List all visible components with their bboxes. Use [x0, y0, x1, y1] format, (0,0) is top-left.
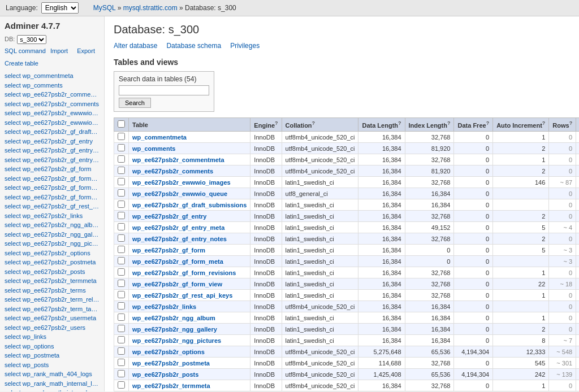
alter-database-link[interactable]: Alter database [114, 42, 157, 50]
row-checkbox[interactable] [114, 245, 129, 256]
row-select-checkbox[interactable] [118, 234, 125, 242]
row-select-checkbox[interactable] [118, 268, 125, 276]
row-table-name[interactable]: wp_ee627psb2r_commentmeta [129, 154, 250, 165]
row-select-checkbox[interactable] [118, 313, 125, 321]
row-checkbox[interactable] [114, 177, 129, 188]
row-checkbox[interactable] [114, 143, 129, 154]
sidebar-nav-item[interactable]: select wp_ee627psb2r_term_taxono [5, 304, 100, 314]
th-data-free[interactable]: Data Free? [454, 118, 493, 132]
sidebar-nav-item[interactable]: select wp_ee627psb2r_gf_form_me [5, 174, 100, 184]
row-select-checkbox[interactable] [118, 336, 125, 343]
row-select-checkbox[interactable] [118, 144, 125, 151]
sidebar-nav-item[interactable]: select wp_links [5, 332, 100, 342]
row-checkbox[interactable] [114, 188, 129, 199]
th-index-length[interactable]: Index Length? [405, 118, 454, 132]
sidebar-nav-item[interactable]: select wp_ee627psb2r_commentme [5, 90, 100, 99]
row-select-checkbox[interactable] [118, 280, 125, 287]
row-select-checkbox[interactable] [118, 291, 125, 298]
sidebar-sql-command[interactable]: SQL command [5, 47, 46, 55]
row-select-checkbox[interactable] [118, 381, 125, 389]
row-checkbox[interactable] [114, 335, 129, 346]
sidebar-nav-item[interactable]: select wp_ee627psb2r_options [5, 249, 100, 258]
row-table-name[interactable]: wp_ee627psb2r_gf_draft_submissions [129, 199, 250, 211]
th-data-length[interactable]: Data Length? [358, 118, 405, 132]
row-select-checkbox[interactable] [118, 223, 125, 230]
row-table-name[interactable]: wp_ee627psb2r_gf_form_view [129, 278, 250, 290]
row-select-checkbox[interactable] [118, 155, 125, 163]
row-select-checkbox[interactable] [118, 167, 125, 174]
sidebar-nav-item[interactable]: select wp_ee627psb2r_postmeta [5, 258, 100, 267]
row-checkbox[interactable] [114, 312, 129, 324]
row-table-name[interactable]: wp_comments [129, 143, 250, 154]
sidebar-nav-item[interactable]: select wp_ee627psb2r_ngg_album [5, 220, 100, 230]
row-checkbox[interactable] [114, 369, 129, 380]
row-table-name[interactable]: wp_ee627psb2r_ewwwio_queue [129, 188, 250, 199]
sidebar-nav-item[interactable]: select wp_ee627psb2r_ewwwio_quo [5, 118, 100, 128]
row-select-checkbox[interactable] [118, 212, 125, 219]
sidebar-nav-item[interactable]: select wp_ee627psb2r_gf_form_vie [5, 193, 100, 202]
row-checkbox[interactable] [114, 380, 129, 391]
row-table-name[interactable]: wp_ee627psb2r_postmeta [129, 358, 250, 369]
row-checkbox[interactable] [114, 222, 129, 233]
select-all-checkbox[interactable] [118, 120, 125, 128]
sidebar-nav-item[interactable]: select wp_ee627psb2r_links [5, 211, 100, 221]
sidebar-nav-item[interactable]: select wp_ee627psb2r_gf_entry_me [5, 146, 100, 155]
th-comment[interactable]: Comment? [576, 118, 579, 132]
row-checkbox[interactable] [114, 267, 129, 278]
breadcrumb-host[interactable]: mysql.strattic.com [123, 4, 178, 12]
sidebar-nav-item[interactable]: select wp_ee627psb2r_termmeta [5, 276, 100, 286]
sidebar-nav-item[interactable]: select wp_ee627psb2r_terms [5, 286, 100, 295]
row-select-checkbox[interactable] [118, 302, 125, 310]
th-rows[interactable]: Rows? [549, 118, 576, 132]
db-select[interactable]: s_300 [17, 35, 46, 44]
sidebar-nav-item[interactable]: select wp_ee627psb2r_usermeta [5, 313, 100, 323]
row-table-name[interactable]: wp_ee627psb2r_gf_entry_notes [129, 233, 250, 245]
sidebar-nav-item[interactable]: select wp_ee627psb2r_posts [5, 267, 100, 277]
row-checkbox[interactable] [114, 199, 129, 211]
row-checkbox[interactable] [114, 256, 129, 267]
th-engine[interactable]: Engine? [250, 118, 282, 132]
sidebar-nav-item[interactable]: select wp_rank_math_internal_met [5, 388, 100, 391]
row-checkbox[interactable] [114, 278, 129, 290]
row-table-name[interactable]: wp_ee627psb2r_comments [129, 165, 250, 177]
row-select-checkbox[interactable] [118, 325, 125, 332]
row-checkbox[interactable] [114, 165, 129, 177]
row-table-name[interactable]: wp_ee627psb2r_gf_form [129, 245, 250, 256]
row-table-name[interactable]: wp_ee627psb2r_posts [129, 369, 250, 380]
sidebar-nav-item[interactable]: select wp_ee627psb2r_ngg_gallery [5, 230, 100, 239]
row-select-checkbox[interactable] [118, 370, 125, 377]
row-checkbox[interactable] [114, 154, 129, 165]
sidebar-nav-item[interactable]: select wp_ee627psb2r_ngg_picture [5, 239, 100, 249]
sidebar-nav-item[interactable]: select wp_posts [5, 360, 100, 370]
row-table-name[interactable]: wp_ee627psb2r_gf_rest_api_keys [129, 290, 250, 301]
sidebar-nav-item[interactable]: select wp_ee627psb2r_gf_entry [5, 137, 100, 146]
row-table-name[interactable]: wp_ee627psb2r_ngg_pictures [129, 335, 250, 346]
row-table-name[interactable]: wp_ee627psb2r_terms [129, 391, 250, 392]
sidebar-nav-item[interactable]: select wp_ee627psb2r_gf_draft_su [5, 127, 100, 137]
row-table-name[interactable]: wp_ee627psb2r_ngg_gallery [129, 324, 250, 335]
sidebar-nav-item[interactable]: select wp_commentmeta [5, 71, 100, 81]
sidebar-nav-item[interactable]: select wp_postmeta [5, 351, 100, 360]
row-select-checkbox[interactable] [118, 201, 125, 208]
row-table-name[interactable]: wp_ee627psb2r_links [129, 301, 250, 312]
row-table-name[interactable]: wp_ee627psb2r_options [129, 346, 250, 358]
sidebar-import[interactable]: Import [50, 47, 68, 55]
sidebar-nav-item[interactable]: select wp_comments [5, 81, 100, 90]
language-select[interactable]: English [41, 2, 79, 14]
row-select-checkbox[interactable] [118, 257, 125, 264]
th-table[interactable]: Table [129, 118, 250, 132]
th-auto-increment[interactable]: Auto Increment? [493, 118, 549, 132]
row-table-name[interactable]: wp_ee627psb2r_gf_form_meta [129, 256, 250, 267]
sidebar-nav-item[interactable]: select wp_rank_math_404_logs [5, 369, 100, 379]
row-select-checkbox[interactable] [118, 178, 125, 185]
row-checkbox[interactable] [114, 233, 129, 245]
sidebar-nav-item[interactable]: select wp_ee627psb2r_gf_rest_api_ [5, 202, 100, 211]
row-select-checkbox[interactable] [118, 133, 125, 140]
row-checkbox[interactable] [114, 358, 129, 369]
privileges-link[interactable]: Privileges [230, 42, 260, 50]
sidebar-export[interactable]: Export [77, 47, 95, 55]
sidebar-nav-item[interactable]: select wp_ee627psb2r_term_relatio [5, 295, 100, 304]
sidebar-nav-item[interactable]: select wp_ee627psb2r_comments [5, 99, 100, 109]
row-table-name[interactable]: wp_ee627psb2r_termmeta [129, 380, 250, 391]
sidebar-nav-item[interactable]: select wp_ee627psb2r_gf_form_rev [5, 183, 100, 193]
